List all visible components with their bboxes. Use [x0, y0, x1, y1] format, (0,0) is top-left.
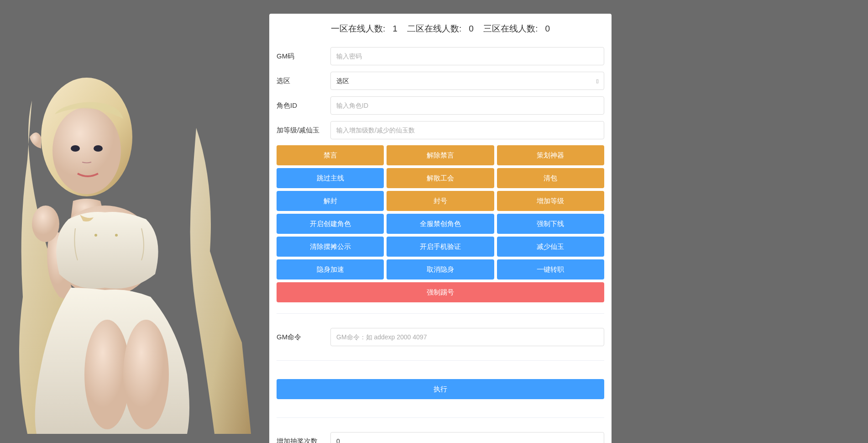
mute-button[interactable]: 禁言 — [277, 145, 384, 165]
gm-cmd-label: GM命令 — [277, 333, 330, 342]
stealth-speed-button[interactable]: 隐身加速 — [277, 259, 384, 280]
ban-button[interactable]: 封号 — [387, 191, 494, 211]
disable-create-role-button[interactable]: 全服禁创角色 — [387, 214, 494, 234]
enable-create-role-button[interactable]: 开启创建角色 — [277, 214, 384, 234]
online-stats: 一区在线人数:1 二区在线人数:0 三区在线人数:0 — [269, 23, 612, 44]
zone-label: 选区 — [277, 77, 330, 85]
unban-button[interactable]: 解封 — [277, 191, 384, 211]
character-illustration — [5, 46, 251, 434]
level-jade-input[interactable] — [330, 121, 604, 139]
zone2-count: 0 — [469, 24, 474, 33]
svg-point-3 — [94, 145, 103, 152]
gm-code-input[interactable] — [330, 47, 604, 65]
lottery-label: 增加抽奖次数 — [277, 437, 330, 443]
add-level-button[interactable]: 增加等级 — [497, 191, 604, 211]
divider — [277, 360, 604, 361]
divider — [277, 313, 604, 314]
zone-select[interactable]: 选区 — [330, 72, 604, 90]
svg-point-2 — [71, 145, 80, 152]
zone3-label: 三区在线人数: — [483, 24, 538, 33]
svg-point-5 — [32, 206, 59, 242]
zone2-label: 二区在线人数: — [407, 24, 461, 33]
planner-tool-button[interactable]: 策划神器 — [497, 145, 604, 165]
cancel-stealth-button[interactable]: 取消隐身 — [387, 259, 494, 280]
force-offline-button[interactable]: 强制下线 — [497, 214, 604, 234]
character-svg — [5, 46, 251, 434]
skip-main-button[interactable]: 跳过主线 — [277, 168, 384, 188]
lottery-input[interactable] — [330, 432, 604, 443]
reduce-jade-button[interactable]: 减少仙玉 — [497, 237, 604, 257]
enable-phone-verify-button[interactable]: 开启手机验证 — [387, 237, 494, 257]
zone1-label: 一区在线人数: — [331, 24, 385, 33]
force-kick-button[interactable]: 强制踢号 — [277, 282, 604, 302]
clear-bag-button[interactable]: 清包 — [497, 168, 604, 188]
svg-point-9 — [115, 234, 118, 237]
level-jade-label: 加等级/减仙玉 — [277, 126, 330, 135]
gm-code-label: GM码 — [277, 52, 330, 61]
svg-point-1 — [52, 107, 121, 194]
zone1-count: 1 — [392, 24, 397, 33]
zone3-count: 0 — [545, 24, 550, 33]
action-buttons: 禁言 解除禁言 策划神器 跳过主线 解散工会 清包 解封 封号 增加等级 开启创… — [269, 142, 612, 302]
execute-button[interactable]: 执行 — [277, 379, 604, 399]
unmute-button[interactable]: 解除禁言 — [387, 145, 494, 165]
gm-cmd-input[interactable] — [330, 328, 604, 346]
clear-stall-notice-button[interactable]: 清除摆摊公示 — [277, 237, 384, 257]
svg-point-7 — [123, 320, 169, 429]
divider — [277, 417, 604, 418]
role-id-label: 角色ID — [277, 101, 330, 110]
job-change-button[interactable]: 一键转职 — [497, 259, 604, 280]
disband-guild-button[interactable]: 解散工会 — [387, 168, 494, 188]
role-id-input[interactable] — [330, 96, 604, 115]
admin-panel: 一区在线人数:1 二区在线人数:0 三区在线人数:0 GM码 选区 选区 角色I… — [269, 14, 612, 443]
svg-point-8 — [94, 234, 97, 237]
